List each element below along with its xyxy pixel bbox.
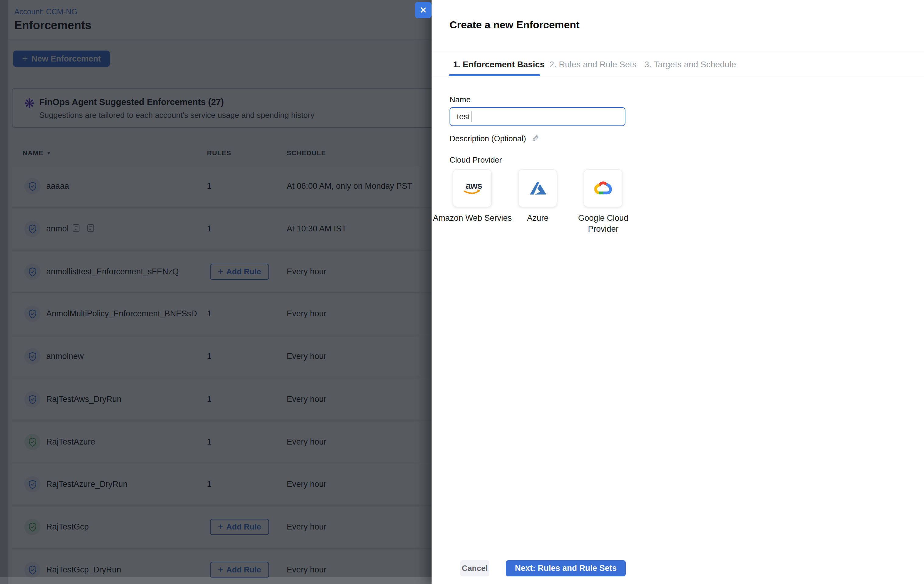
provider-card-aws[interactable]: aws [453,169,492,207]
tab-enforcement-basics[interactable]: 1. Enforcement Basics [453,60,544,69]
close-icon[interactable]: ✕ [415,2,432,18]
cloud-provider-label: Cloud Provider [449,155,502,165]
edit-pencil-icon[interactable]: ✎ [531,133,539,144]
svg-text:aws: aws [466,180,482,190]
bottom-scroll-strip [0,577,432,584]
tab-rules-and-rule-sets[interactable]: 2. Rules and Rule Sets [549,60,636,69]
aws-logo-icon: aws [461,180,484,196]
gcp-logo-icon [593,180,614,196]
cancel-button[interactable]: Cancel [460,560,489,576]
active-tab-underline [449,74,540,76]
drawer-actions: Cancel Next: Rules and Rule Sets [432,560,924,577]
screen: Account: CCM-NG Enforcements + New Enfor… [0,0,924,584]
name-input-value: test [457,112,470,121]
azure-logo-icon [528,180,547,196]
wizard-tabs: 1. Enforcement Basics 2. Rules and Rule … [432,52,924,76]
drawer-title: Create a new Enforcement [449,19,579,31]
provider-card-gcp[interactable] [584,169,622,207]
name-label: Name [449,95,470,104]
tab-targets-and-schedule[interactable]: 3. Targets and Schedule [644,60,736,69]
provider-label-gcp: Google Cloud Provider [563,213,643,235]
create-enforcement-drawer: ✕ Create a new Enforcement 1. Enforcemen… [432,0,924,584]
name-input[interactable]: test [449,107,625,126]
text-caret [471,111,472,122]
next-button[interactable]: Next: Rules and Rule Sets [506,560,626,576]
description-label-text: Description (Optional) [449,134,526,144]
provider-card-azure[interactable] [518,169,557,207]
description-label: Description (Optional) ✎ [449,133,539,144]
